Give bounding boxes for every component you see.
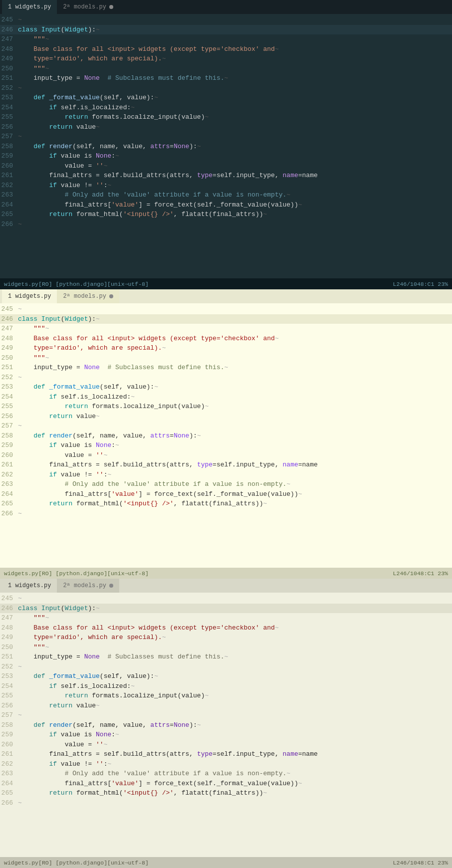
modified-dot [109, 294, 113, 298]
line-266: 266 ~ [0, 219, 452, 229]
line-257: 257 ~ [0, 132, 452, 142]
line-265: 265 return format_html('<input{} />', fl… [0, 788, 452, 798]
line-253: 253 def _format_value(self, value):~ [0, 93, 452, 103]
line-255: 255 return formats.localize_input(value)… [0, 402, 452, 412]
line-257: 257 ~ [0, 421, 452, 431]
tab-models-1[interactable]: 2ª models.py [57, 0, 119, 14]
line-245: 245 ~ [0, 15, 452, 25]
tab-label: 1 widgets.py [8, 3, 51, 10]
editor-pane-2: 1 widgets.py 2ª models.py 245 ~ 246 clas… [0, 289, 452, 579]
code-area-1: 245 ~ 246 class Input(Widget):~ 247 """~… [0, 14, 452, 278]
line-252: 252 ~ [0, 83, 452, 93]
line-258: 258 def render(self, name, value, attrs=… [0, 720, 452, 730]
status-left-1: widgets.py[RO] [python.django][unix→utf-… [4, 281, 149, 287]
line-264: 264 final_attrs['value'] = force_text(se… [0, 779, 452, 789]
tab-bar-2: 1 widgets.py 2ª models.py [0, 289, 452, 303]
line-250: 250 """~ [0, 353, 452, 363]
tab-label: 2ª models.py [63, 582, 106, 589]
line-252: 252 ~ [0, 373, 452, 383]
status-right-2: L246/1048:C1 23% [393, 570, 448, 577]
tab-label: 1 widgets.py [8, 293, 51, 300]
line-255: 255 return formats.localize_input(value)… [0, 112, 452, 122]
line-258: 258 def render(self, name, value, attrs=… [0, 142, 452, 152]
status-left-3: widgets.py[RO] [python.django][unix→utf-… [4, 860, 149, 866]
line-250: 250 """~ [0, 643, 452, 652]
code-area-2: 245 ~ 246 class Input(Widget):~ 247 """~… [0, 303, 452, 568]
line-260: 260 value = ''~ [0, 450, 452, 460]
line-246: 246 class Input(Widget):~ [0, 25, 452, 35]
tab-widgets-1[interactable]: 1 widgets.py [2, 0, 57, 14]
status-left-2: widgets.py[RO] [python.django][unix→utf-… [4, 570, 149, 577]
tab-label: 2ª models.py [63, 3, 106, 10]
modified-dot [109, 5, 113, 9]
editor-pane-3: 1 widgets.py 2ª models.py 245 ~ 246 clas… [0, 579, 452, 868]
line-253: 253 def _format_value(self, value):~ [0, 671, 452, 681]
line-264: 264 final_attrs['value'] = force_text(se… [0, 200, 452, 210]
line-246: 246 class Input(Widget):~ [0, 314, 452, 324]
status-bar-1: widgets.py[RO] [python.django][unix→utf-… [0, 278, 452, 289]
line-245: 245 ~ [0, 594, 452, 604]
editor-pane-1: 1 widgets.py 2ª models.py 245 ~ 246 clas… [0, 0, 452, 289]
line-253: 253 def _format_value(self, value):~ [0, 382, 452, 392]
tab-bar-1: 1 widgets.py 2ª models.py [0, 0, 452, 14]
line-262: 262 if value != '':~ [0, 759, 452, 769]
tab-models-3[interactable]: 2ª models.py [57, 579, 119, 593]
line-254: 254 if self.is_localized:~ [0, 392, 452, 402]
line-245: 245 ~ [0, 304, 452, 314]
line-266: 266 ~ [0, 509, 452, 519]
line-264: 264 final_attrs['value'] = force_text(se… [0, 489, 452, 499]
line-262: 262 if value != '':~ [0, 470, 452, 480]
line-262: 262 if value != '':~ [0, 181, 452, 191]
tab-label: 2ª models.py [63, 293, 106, 300]
line-251: 251 input_type = None # Subclasses must … [0, 73, 452, 83]
modified-dot [109, 584, 113, 588]
tab-widgets-2[interactable]: 1 widgets.py [2, 289, 57, 303]
line-260: 260 value = ''~ [0, 740, 452, 750]
line-256: 256 return value~ [0, 701, 452, 711]
line-250: 250 """~ [0, 64, 452, 74]
line-265: 265 return format_html('<input{} />', fl… [0, 499, 452, 509]
line-265: 265 return format_html('<input{} />', fl… [0, 210, 452, 219]
line-261: 261 final_attrs = self.build_attrs(attrs… [0, 749, 452, 759]
line-251: 251 input_type = None # Subclasses must … [0, 652, 452, 662]
code-area-3: 245 ~ 246 class Input(Widget):~ 247 """~… [0, 593, 452, 857]
line-249: 249 type='radio', which are special).~ [0, 54, 452, 64]
line-266: 266 ~ [0, 798, 452, 808]
line-249: 249 type='radio', which are special).~ [0, 633, 452, 643]
line-247: 247 """~ [0, 613, 452, 623]
line-263: 263 # Only add the 'value' attribute if … [0, 769, 452, 779]
line-246: 246 class Input(Widget):~ [0, 604, 452, 614]
line-248: 248 Base class for all <input> widgets (… [0, 623, 452, 633]
line-263: 263 # Only add the 'value' attribute if … [0, 190, 452, 200]
line-263: 263 # Only add the 'value' attribute if … [0, 479, 452, 489]
status-right-1: L246/1048:C1 23% [393, 281, 448, 287]
tab-widgets-3[interactable]: 1 widgets.py [2, 579, 57, 593]
line-261: 261 final_attrs = self.build_attrs(attrs… [0, 460, 452, 470]
line-259: 259 if value is None:~ [0, 730, 452, 740]
line-249: 249 type='radio', which are special).~ [0, 343, 452, 353]
line-254: 254 if self.is_localized:~ [0, 681, 452, 691]
line-259: 259 if value is None:~ [0, 151, 452, 161]
line-252: 252 ~ [0, 662, 452, 672]
line-251: 251 input_type = None # Subclasses must … [0, 363, 452, 373]
line-261: 261 final_attrs = self.build_attrs(attrs… [0, 171, 452, 181]
line-247: 247 """~ [0, 324, 452, 334]
line-257: 257 ~ [0, 710, 452, 720]
tab-models-2[interactable]: 2ª models.py [57, 289, 119, 303]
code-content-2: 245 ~ 246 class Input(Widget):~ 247 """~… [0, 303, 452, 568]
line-259: 259 if value is None:~ [0, 440, 452, 450]
tab-bar-3: 1 widgets.py 2ª models.py [0, 579, 452, 593]
line-255: 255 return formats.localize_input(value)… [0, 691, 452, 701]
line-254: 254 if self.is_localized:~ [0, 103, 452, 113]
line-247: 247 """~ [0, 34, 452, 44]
code-content-3: 245 ~ 246 class Input(Widget):~ 247 """~… [0, 593, 452, 857]
status-bar-2: widgets.py[RO] [python.django][unix→utf-… [0, 568, 452, 579]
line-256: 256 return value~ [0, 412, 452, 422]
tab-label: 1 widgets.py [8, 582, 51, 589]
code-content-1: 245 ~ 246 class Input(Widget):~ 247 """~… [0, 14, 452, 278]
line-260: 260 value = ''~ [0, 161, 452, 171]
line-256: 256 return value~ [0, 122, 452, 132]
line-258: 258 def render(self, name, value, attrs=… [0, 431, 452, 441]
status-bar-3: widgets.py[RO] [python.django][unix→utf-… [0, 857, 452, 868]
line-248: 248 Base class for all <input> widgets (… [0, 44, 452, 54]
